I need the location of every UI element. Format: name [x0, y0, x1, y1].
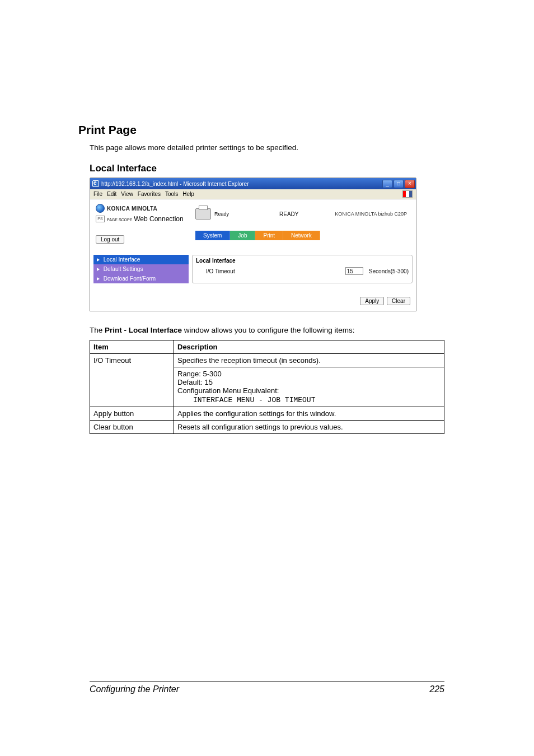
apply-button[interactable]: Apply: [360, 297, 384, 305]
pagescope-logo-icon: PS: [96, 216, 105, 222]
menu-help[interactable]: Help: [182, 191, 194, 197]
sidebar-item-label: Default Settings: [104, 266, 143, 272]
tab-job[interactable]: Job: [230, 231, 255, 240]
table-intro: The Print - Local Interface window allow…: [90, 326, 444, 334]
browser-menubar: File Edit View Favorites Tools Help: [90, 189, 416, 199]
tab-system[interactable]: System: [195, 231, 230, 240]
app-content: KONICA MINOLTA PS PAGE SCOPE Web Connect…: [90, 199, 416, 311]
page-intro: This page allows more detailed printer s…: [90, 143, 444, 152]
embedded-window: http://192.168.1.2/a_index.html - Micros…: [90, 178, 416, 311]
model-label: KONICA MINOLTA bizhub C20P: [330, 211, 410, 217]
table-cell: Applies the configuration settings for t…: [174, 407, 444, 421]
window-titlebar: http://192.168.1.2/a_index.html - Micros…: [90, 178, 416, 189]
table-cell: Specifies the reception timeout (in seco…: [174, 354, 444, 367]
menu-edit[interactable]: Edit: [107, 191, 116, 197]
chevron-right-icon: [97, 258, 100, 262]
minimize-button[interactable]: _: [382, 180, 392, 188]
printer-icon: [195, 208, 211, 220]
footer-left: Configuring the Printer: [90, 684, 179, 694]
chevron-right-icon: [97, 277, 100, 281]
table-row: I/O Timeout Specifies the reception time…: [90, 354, 444, 367]
tab-network[interactable]: Network: [283, 231, 320, 240]
main-pane: Local Interface I/O Timeout Seconds(5-30…: [192, 255, 413, 283]
sidebar: Local Interface Default Settings Downloa…: [93, 255, 189, 283]
table-cell: I/O Timeout: [90, 354, 174, 407]
io-timeout-input[interactable]: [345, 267, 363, 275]
table-cell: Apply button: [90, 407, 174, 421]
logout-button[interactable]: Log out: [96, 235, 124, 244]
subbrand-text: PAGE SCOPE Web Connection: [107, 215, 184, 223]
menu-view[interactable]: View: [121, 191, 133, 197]
ready-label: READY: [279, 211, 330, 217]
table-header-description: Description: [174, 340, 444, 354]
sidebar-item-label: Local Interface: [104, 256, 140, 263]
window-title: http://192.168.1.2/a_index.html - Micros…: [101, 181, 382, 187]
menu-tools[interactable]: Tools: [165, 191, 178, 197]
windows-flag-icon: [402, 190, 413, 198]
sidebar-item-default-settings[interactable]: Default Settings: [93, 264, 189, 274]
chevron-right-icon: [97, 268, 100, 271]
brand-globe-icon: [96, 204, 105, 213]
brand-name: KONICA MINOLTA: [107, 206, 157, 212]
footer-page-number: 225: [429, 684, 444, 694]
ie-icon: [92, 180, 99, 187]
section-heading: Local Interface: [90, 163, 444, 174]
page-heading: Print Page: [78, 123, 444, 137]
tab-print[interactable]: Print: [255, 231, 283, 240]
sidebar-item-local-interface[interactable]: Local Interface: [93, 255, 189, 264]
main-pane-title: Local Interface: [196, 258, 409, 264]
table-cell: Range: 5-300 Default: 15 Configuration M…: [174, 367, 444, 407]
menu-file[interactable]: File: [93, 191, 102, 197]
table-header-item: Item: [90, 340, 174, 354]
io-timeout-label: I/O Timeout: [206, 268, 256, 274]
close-button[interactable]: ×: [405, 180, 415, 188]
printer-status-text: Ready: [214, 211, 229, 217]
config-table: Item Description I/O Timeout Specifies t…: [90, 340, 444, 434]
menu-favorites[interactable]: Favorites: [138, 191, 161, 197]
clear-button[interactable]: Clear: [387, 297, 410, 305]
page-footer: Configuring the Printer 225: [90, 682, 444, 694]
table-cell: Clear button: [90, 421, 174, 434]
sidebar-item-download-font-form[interactable]: Download Font/Form: [93, 274, 189, 283]
io-timeout-unit: Seconds(5-300): [369, 268, 409, 274]
maximize-button[interactable]: □: [394, 180, 404, 188]
sidebar-item-label: Download Font/Form: [104, 276, 156, 282]
table-row: Apply button Applies the configuration s…: [90, 407, 444, 421]
table-header-row: Item Description: [90, 340, 444, 354]
table-cell: Resets all configuration settings to pre…: [174, 421, 444, 434]
table-row: Clear button Resets all configuration se…: [90, 421, 444, 434]
